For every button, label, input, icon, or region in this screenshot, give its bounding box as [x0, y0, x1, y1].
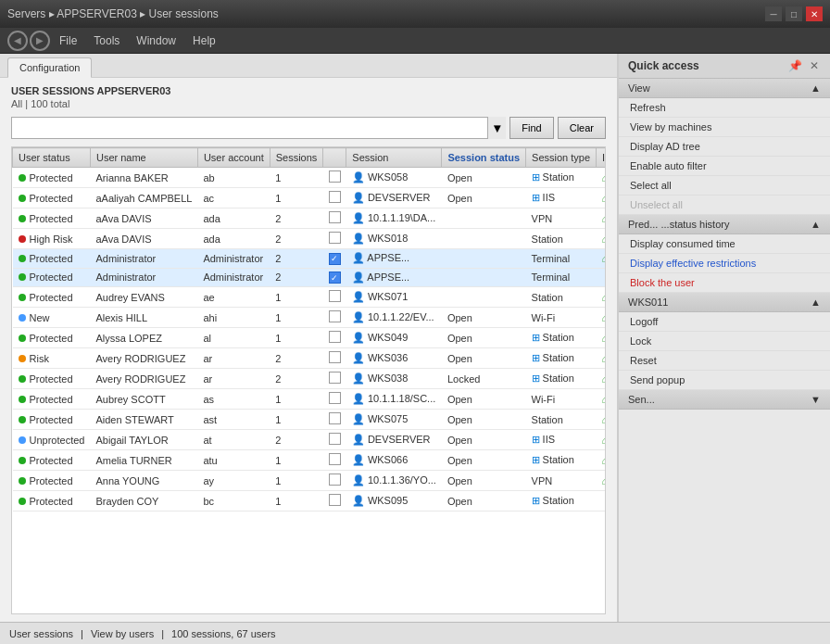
- table-row[interactable]: Protected Administrator Administrator 2 …: [13, 249, 607, 269]
- cell-checkbox[interactable]: [323, 471, 346, 491]
- cell-checkbox[interactable]: [323, 450, 346, 471]
- qa-select-all[interactable]: Select all: [619, 176, 830, 196]
- qa-logoff[interactable]: Logoff: [619, 312, 830, 332]
- header-user-status[interactable]: User status: [13, 148, 91, 168]
- pred-section-header[interactable]: Pred... ...status history ▲: [619, 215, 830, 234]
- qa-pin-button[interactable]: 📌: [786, 59, 804, 72]
- cell-checkbox[interactable]: [323, 491, 346, 511]
- table-row[interactable]: Protected Amelia TURNER atu 1 👤 WKS066 O…: [13, 450, 607, 471]
- cell-session: 👤 WKS058: [346, 168, 442, 188]
- table-row[interactable]: Protected aAaliyah CAMPBELL ac 1 👤 DEVSE…: [13, 188, 607, 208]
- cell-status: Protected: [13, 389, 91, 410]
- qa-send-popup[interactable]: Send popup: [619, 371, 830, 390]
- cell-sess-type: Station: [526, 229, 597, 249]
- maximize-button[interactable]: □: [786, 6, 802, 21]
- table-row[interactable]: Protected Brayden COY bc 1 👤 WKS095 Open…: [13, 491, 607, 511]
- tools-menu[interactable]: Tools: [86, 31, 127, 51]
- search-bar: ▼ Find Clear: [11, 117, 606, 139]
- cell-sessions: 1: [270, 188, 323, 208]
- sen-section-header[interactable]: Sen... ▼: [619, 390, 830, 410]
- cell-in: [597, 491, 606, 511]
- back-icon[interactable]: ◀: [7, 31, 28, 51]
- table-row[interactable]: New Alexis HILL ahi 1 👤 10.1.1.22/EV... …: [13, 308, 607, 328]
- qa-lock[interactable]: Lock: [619, 332, 830, 351]
- cell-checkbox[interactable]: ✓: [323, 249, 346, 269]
- header-sessions[interactable]: Sessions: [270, 148, 323, 168]
- help-menu[interactable]: Help: [185, 31, 223, 51]
- cell-account: ahi: [197, 308, 270, 328]
- cell-sess-type: Terminal: [526, 249, 597, 269]
- quick-access-header: Quick access 📌 ✕: [619, 54, 830, 79]
- table-row[interactable]: Protected Anna YOUNG ay 1 👤 10.1.1.36/YO…: [13, 471, 607, 491]
- search-input[interactable]: [11, 117, 506, 139]
- cell-sess-status: Open: [442, 308, 526, 328]
- qa-display-effective-restrictions[interactable]: Display effective restrictions: [619, 254, 830, 273]
- header-in[interactable]: In: [597, 148, 606, 168]
- header-user-name[interactable]: User name: [90, 148, 197, 168]
- table-row[interactable]: Unprotected Abigail TAYLOR at 2 👤 DEVSER…: [13, 430, 607, 450]
- cell-checkbox[interactable]: [323, 348, 346, 369]
- wks-section-header[interactable]: WKS011 ▲: [619, 293, 830, 312]
- table-row[interactable]: Protected Audrey EVANS ae 1 👤 WKS071 Sta…: [13, 287, 607, 308]
- cell-status: Protected: [13, 249, 91, 269]
- table-row[interactable]: High Risk aAva DAVIS ada 2 👤 WKS018 Stat…: [13, 229, 607, 249]
- qa-display-consumed-time[interactable]: Display consumed time: [619, 234, 830, 254]
- view-section-header[interactable]: View ▲: [619, 79, 830, 98]
- status-label: Protected: [30, 414, 73, 425]
- cell-checkbox[interactable]: [323, 229, 346, 249]
- cell-checkbox[interactable]: [323, 328, 346, 348]
- cell-checkbox[interactable]: [323, 188, 346, 208]
- cell-checkbox[interactable]: [323, 168, 346, 188]
- table-row[interactable]: Risk Avery RODRIGUEZ ar 2 👤 WKS036 Open …: [13, 348, 607, 369]
- cell-sessions: 2: [270, 229, 323, 249]
- cell-checkbox[interactable]: [323, 430, 346, 450]
- table-row[interactable]: Protected Aubrey SCOTT as 1 👤 10.1.1.18/…: [13, 389, 607, 410]
- qa-block-user[interactable]: Block the user: [619, 273, 830, 293]
- cell-checkbox[interactable]: [323, 410, 346, 430]
- cell-sessions: 1: [270, 410, 323, 430]
- cell-checkbox[interactable]: ✓: [323, 268, 346, 287]
- qa-reset[interactable]: Reset: [619, 351, 830, 371]
- cell-checkbox[interactable]: [323, 287, 346, 308]
- cell-checkbox[interactable]: [323, 389, 346, 410]
- forward-icon[interactable]: ▶: [30, 31, 50, 51]
- header-checkbox[interactable]: [323, 148, 346, 168]
- table-row[interactable]: Protected Alyssa LOPEZ al 1 👤 WKS049 Ope…: [13, 328, 607, 348]
- qa-close-button[interactable]: ✕: [808, 59, 821, 72]
- file-menu[interactable]: File: [52, 31, 84, 51]
- qa-refresh[interactable]: Refresh: [619, 98, 830, 118]
- search-dropdown-button[interactable]: ▼: [487, 117, 506, 139]
- clear-button[interactable]: Clear: [558, 117, 606, 139]
- table-row[interactable]: Protected Administrator Administrator 2 …: [13, 268, 607, 287]
- close-button[interactable]: ✕: [806, 6, 823, 21]
- cell-status: Protected: [13, 491, 91, 511]
- cell-checkbox[interactable]: [323, 308, 346, 328]
- qa-enable-auto-filter[interactable]: Enable auto filter: [619, 157, 830, 176]
- cell-checkbox[interactable]: [323, 369, 346, 389]
- header-user-account[interactable]: User account: [197, 148, 270, 168]
- table-row[interactable]: Protected Avery RODRIGUEZ ar 2 👤 WKS038 …: [13, 369, 607, 389]
- qa-display-ad-tree[interactable]: Display AD tree: [619, 137, 830, 157]
- header-session-type[interactable]: Session type: [526, 148, 597, 168]
- cell-sessions: 1: [270, 168, 323, 188]
- cell-checkbox[interactable]: [323, 208, 346, 229]
- cell-sessions: 1: [270, 450, 323, 471]
- minimize-button[interactable]: ─: [765, 6, 782, 21]
- qa-view-by-machines[interactable]: View by machines: [619, 118, 830, 137]
- cell-name: Alyssa LOPEZ: [90, 328, 197, 348]
- cell-sessions: 1: [270, 491, 323, 511]
- user-icon: 👤: [352, 332, 365, 343]
- sessions-table: User status User name User account Sessi…: [12, 147, 606, 511]
- cell-sess-type: Station: [526, 410, 597, 430]
- header-session[interactable]: Session: [346, 148, 442, 168]
- cell-in: ⌂ 10: [597, 430, 606, 450]
- window-menu[interactable]: Window: [129, 31, 183, 51]
- qa-unselect-all[interactable]: Unselect all: [619, 196, 830, 215]
- table-row[interactable]: Protected aAva DAVIS ada 2 👤 10.1.1.19\D…: [13, 208, 607, 229]
- configuration-tab[interactable]: Configuration: [7, 57, 92, 78]
- table-row[interactable]: Protected Aiden STEWART ast 1 👤 WKS075 O…: [13, 410, 607, 430]
- header-session-status[interactable]: Session status: [442, 148, 526, 168]
- find-button[interactable]: Find: [509, 117, 553, 139]
- table-row[interactable]: Protected Arianna BAKER ab 1 👤 WKS058 Op…: [13, 168, 607, 188]
- cell-sessions: 2: [270, 348, 323, 369]
